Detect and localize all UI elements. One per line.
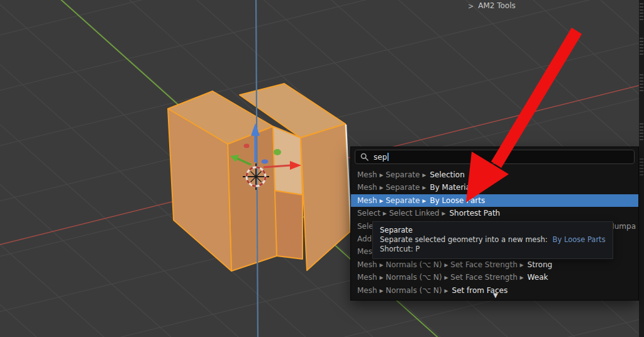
mesh-gap-lower-face [274,191,303,259]
strip-mark [640,158,643,177]
right-panel-strip [639,0,644,337]
mesh-left-side-face [228,126,277,271]
tooltip-description: Separate selected geometry into a new me… [380,235,548,244]
gizmo-handle-blue [262,160,269,164]
result-mesh-separate-by-material[interactable]: Mesh ▸ Separate ▸ By Material [351,181,638,194]
gizmo-handle-red [244,144,250,148]
text-caret [387,153,389,161]
result-mesh-separate-by-loose-parts[interactable]: Mesh ▸ Separate ▸ By Loose Parts [351,194,638,207]
search-icon [360,153,369,161]
gizmo-handle-green [274,149,281,155]
mesh-right-front-face [301,124,350,270]
search-query-text: sep [374,153,387,162]
more-results-icon[interactable]: ▼ [493,292,498,299]
sidebar-tab-am2-tools[interactable]: > AM2 Tools [468,1,516,10]
result-select-linked-shortest-path[interactable]: Select ▸ Select Linked ▸ Shortest Path [351,207,638,219]
search-input[interactable]: sep [355,150,635,164]
tooltip-title: Separate [380,226,606,235]
strip-mark [640,38,643,57]
strip-mark [640,3,643,22]
result-mesh-separate-selection[interactable]: Mesh ▸ Separate ▸ Selection [351,168,638,181]
mesh-gap-inner-face [273,126,303,195]
strip-mark [640,74,643,93]
result-set-face-strength-weak[interactable]: Mesh ▸ Normals (⌥ N) ▸ Set Face Strength… [351,271,638,284]
tooltip-description-value: By Loose Parts [553,235,606,244]
panel-chevron-icon: > [468,1,474,11]
sidebar-tab-label: AM2 Tools [478,1,516,10]
tooltip-shortcut: Shortcut: P [380,245,606,254]
strip-mark [640,123,643,142]
result-set-face-strength-strong[interactable]: Mesh ▸ Normals (⌥ N) ▸ Set Face Strength… [351,258,638,271]
operator-tooltip: Separate Separate selected geometry into… [372,221,613,259]
